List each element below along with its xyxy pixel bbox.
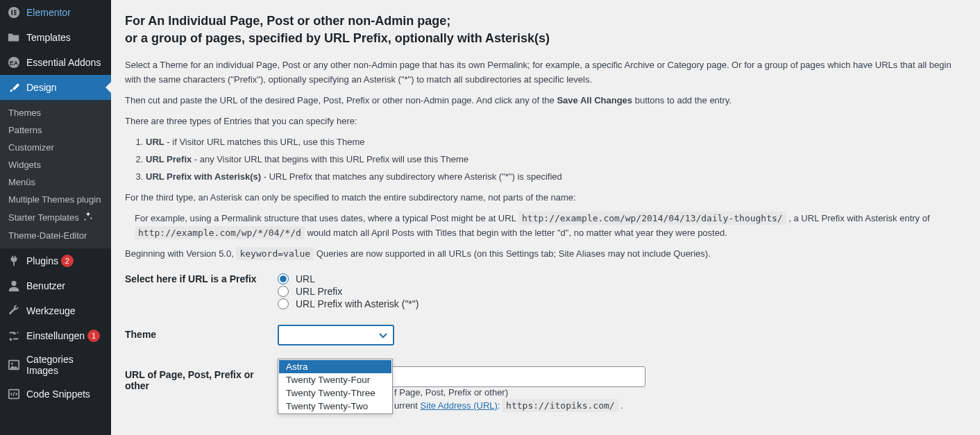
radio-label: URL Prefix <box>296 286 342 297</box>
label-theme: Theme <box>125 325 278 340</box>
help-fragment-3: urrent Site Address (URL): https://itopi… <box>394 399 623 413</box>
svg-point-9 <box>11 363 13 365</box>
brush-icon <box>7 80 21 94</box>
help-fragment-2: f Page, Post, Prefix or other) <box>394 386 508 400</box>
sidebar-item-essential-addons[interactable]: EA Essential Addons <box>0 50 111 75</box>
text: Then cut and paste the URL of the desire… <box>125 95 557 105</box>
heading-line1: For An Individual Page, Post or other no… <box>125 12 966 30</box>
menu-label: Categories Images <box>26 354 105 376</box>
text: Beginning with Version 5.0, <box>125 248 236 259</box>
ea-icon: EA <box>7 56 21 69</box>
text: , a URL Prefix with Asterisk entry of <box>786 213 930 223</box>
menu-label: Einstellungen <box>26 330 85 341</box>
sidebar-item-tools[interactable]: Werkzeuge <box>0 298 111 323</box>
sparkle-icon <box>83 212 93 223</box>
menu-label: Code Snippets <box>26 389 90 400</box>
intro-p3: There are three types of Entries that yo… <box>125 114 966 128</box>
sliders-icon <box>7 329 21 343</box>
text: - any Visitor URL that begins with this … <box>192 154 468 164</box>
svg-text:EA: EA <box>10 60 19 67</box>
text: f Page, Post, Prefix or other) <box>394 387 508 398</box>
sidebar-item-code-snippets[interactable]: Code Snippets <box>0 382 111 407</box>
sidebar-item-design[interactable]: Design <box>0 75 111 100</box>
label-url: URL of Page, Post, Prefix or other <box>125 366 278 391</box>
sidebar-item-users[interactable]: Benutzer <box>0 273 111 298</box>
settings-form: Select here if URL is a Prefix URL URL P… <box>125 273 966 391</box>
bold: URL Prefix <box>146 154 192 164</box>
list-item: URL Prefix - any Visitor URL that begins… <box>146 153 966 167</box>
radio-input[interactable] <box>278 298 289 309</box>
text: - if Visitor URL matches this URL, use t… <box>164 137 365 147</box>
sidebar-item-categories-images[interactable]: Categories Images <box>0 348 111 382</box>
menu-label: Werkzeuge <box>26 305 76 316</box>
menu-label: Benutzer <box>26 280 65 291</box>
section-heading: For An Individual Page, Post or other no… <box>125 12 966 47</box>
dropdown-option-tt2[interactable]: Twenty Twenty-Two <box>279 400 391 413</box>
site-address-link[interactable]: Site Address (URL) <box>421 400 498 411</box>
sidebar-item-templates[interactable]: Templates <box>0 25 111 50</box>
menu-label: Plugins <box>26 255 58 266</box>
plug-icon <box>7 254 21 268</box>
radio-label: URL Prefix with Asterisk ("*") <box>296 298 419 309</box>
example-p: For example, using a Permalink structure… <box>135 212 966 239</box>
radio-input[interactable] <box>278 286 289 297</box>
sidebar-item-plugins[interactable]: Plugins 2 <box>0 248 111 273</box>
code: http://example.com/wp/*/04/*/d <box>135 226 305 239</box>
text: - URL Prefix that matches any subdirecto… <box>261 171 562 182</box>
text: Queries are now supported in all URLs (o… <box>314 248 711 259</box>
subitem-starter-templates[interactable]: Starter Templates <box>0 208 111 227</box>
design-submenu: Themes Patterns Customizer Widgets Menüs… <box>0 100 111 248</box>
subitem-theme-editor[interactable]: Theme-Datei-Editor <box>0 227 111 244</box>
row-theme: Theme Astra Twenty Twenty-Four Twenty Tw… <box>125 325 966 346</box>
row-url: URL of Page, Post, Prefix or other URL m… <box>125 366 966 391</box>
intro-p1: Select a Theme for an individual Page, P… <box>125 58 966 86</box>
menu-label: Essential Addons <box>26 57 101 68</box>
radio-url-prefix[interactable]: URL Prefix <box>278 286 966 297</box>
theme-dropdown: Astra Twenty Twenty-Four Twenty Twenty-T… <box>278 359 393 414</box>
subitem-themes[interactable]: Themes <box>0 104 111 121</box>
subitem-widgets[interactable]: Widgets <box>0 156 111 173</box>
chevron-down-icon <box>378 330 389 341</box>
svg-point-7 <box>11 281 16 286</box>
heading-line2: or a group of pages, specified by URL Pr… <box>125 30 966 47</box>
bold-text: Save All Changes <box>557 95 632 105</box>
radio-url-prefix-asterisk[interactable]: URL Prefix with Asterisk ("*") <box>278 298 966 309</box>
svg-rect-4 <box>14 14 17 15</box>
subitem-customizer[interactable]: Customizer <box>0 139 111 156</box>
menu-label: Elementor <box>26 7 71 18</box>
update-badge: 1 <box>87 330 100 342</box>
code: https://itopiks.com/ <box>502 399 618 412</box>
dropdown-option-astra[interactable]: Astra <box>279 360 391 373</box>
subitem-menus[interactable]: Menüs <box>0 173 111 191</box>
radio-label: URL <box>296 273 315 284</box>
radio-url[interactable]: URL <box>278 273 966 284</box>
intro-p4: For the third type, an Asterisk can only… <box>125 191 966 205</box>
sidebar-item-settings[interactable]: Einstellungen 1 <box>0 323 111 348</box>
label-prefix: Select here if URL is a Prefix <box>125 273 278 284</box>
folder-icon <box>7 31 21 44</box>
admin-sidebar: Elementor Templates EA Essential Addons … <box>0 0 111 435</box>
elementor-icon <box>7 6 21 19</box>
dropdown-option-tt3[interactable]: Twenty Twenty-Three <box>279 386 391 400</box>
wrench-icon <box>7 304 21 318</box>
control-prefix: URL URL Prefix URL Prefix with Asterisk … <box>278 273 966 311</box>
update-badge: 2 <box>61 255 74 267</box>
subitem-multiple-themes[interactable]: Multiple Themes plugin <box>0 191 111 208</box>
intro-p6: Beginning with Version 5.0, keyword=valu… <box>125 247 966 261</box>
text: would match all April Posts with Titles … <box>305 228 727 238</box>
theme-select[interactable] <box>278 325 394 346</box>
dropdown-option-tt4[interactable]: Twenty Twenty-Four <box>279 373 391 386</box>
control-theme: Astra Twenty Twenty-Four Twenty Twenty-T… <box>278 325 966 346</box>
content-area: For An Individual Page, Post or other no… <box>111 0 980 435</box>
menu-label: Templates <box>26 32 71 43</box>
list-item: URL - if Visitor URL matches this URL, u… <box>146 135 966 150</box>
svg-rect-2 <box>14 10 17 11</box>
svg-rect-3 <box>14 12 17 13</box>
subitem-patterns[interactable]: Patterns <box>0 121 111 139</box>
text: urrent <box>394 400 421 411</box>
sidebar-item-elementor[interactable]: Elementor <box>0 0 111 25</box>
radio-input[interactable] <box>278 273 289 284</box>
entry-types-list: URL - if Visitor URL matches this URL, u… <box>146 135 966 184</box>
text: buttons to add the entry. <box>632 95 732 105</box>
list-item: URL Prefix with Asterisk(s) - URL Prefix… <box>146 170 966 185</box>
